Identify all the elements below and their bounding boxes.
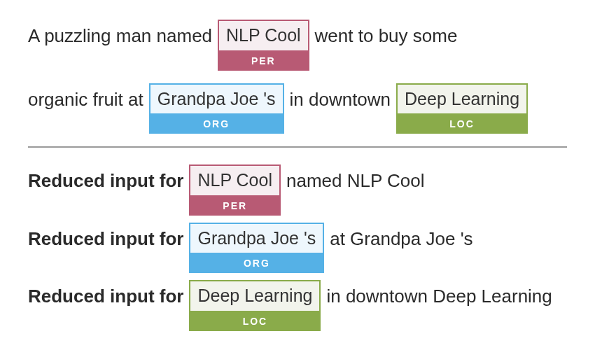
entity-text: Grandpa Joe 's [189,223,324,255]
entity-per: NLP Cool PER [189,164,281,216]
entity-text: NLP Cool [189,164,281,197]
ner-sentence-line2: organic fruit at Grandpa Joe 's ORG in d… [28,83,567,134]
entity-tag: PER [189,197,281,216]
entity-org: Grandpa Joe 's ORG [149,83,284,134]
entity-text: NLP Cool [218,20,309,52]
entity-text: Deep Learning [189,280,321,312]
entity-per: NLP Cool PER [218,20,309,71]
reduced-row: Reduced input for NLP Cool PER named NLP… [28,164,567,216]
reduced-label: Reduced input for [28,164,183,195]
entity-tag: LOC [189,312,321,331]
reduced-row: Reduced input for Deep Learning LOC in d… [28,280,567,331]
reduced-label: Reduced input for [28,223,183,253]
entity-tag: ORG [149,115,284,134]
entity-tag: LOC [396,115,528,134]
entity-tag: PER [218,52,309,71]
text-segment: in downtown [290,83,391,113]
entity-text: Grandpa Joe 's [149,83,284,115]
reduced-context: named NLP Cool [286,164,425,195]
ner-sentence-line1: A puzzling man named NLP Cool PER went t… [28,20,567,71]
reduced-label: Reduced input for [28,280,183,310]
text-segment: A puzzling man named [28,20,212,50]
entity-loc: Deep Learning LOC [396,83,528,134]
text-segment: went to buy some [315,20,458,50]
section-divider [28,146,567,148]
entity-loc: Deep Learning LOC [189,280,321,331]
reduced-context: at Grandpa Joe 's [330,223,472,253]
entity-text: Deep Learning [396,83,528,115]
text-segment: organic fruit at [28,83,144,113]
reduced-row: Reduced input for Grandpa Joe 's ORG at … [28,223,567,274]
entity-org: Grandpa Joe 's ORG [189,223,324,274]
reduced-context: in downtown Deep Learning [326,280,552,310]
entity-tag: ORG [189,254,324,273]
